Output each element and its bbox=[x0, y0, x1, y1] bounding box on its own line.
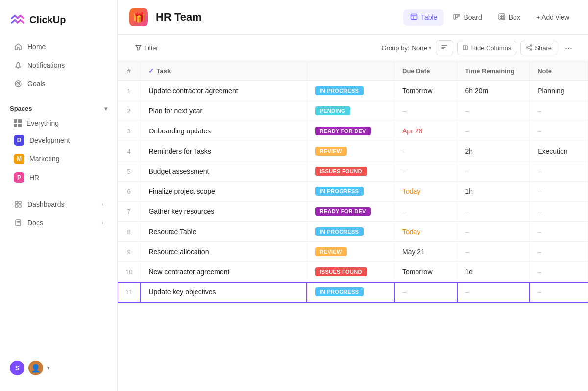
box-tab-icon bbox=[498, 13, 506, 22]
share-button[interactable]: Share bbox=[520, 41, 557, 55]
table-row[interactable]: 3 Onboarding updates READY FOR DEV Apr 2… bbox=[118, 121, 588, 141]
sidebar-item-marketing[interactable]: M Marketing bbox=[4, 150, 113, 168]
task-check-icon: ✓ bbox=[148, 67, 154, 75]
group-by-container: Group by: None ▾ bbox=[381, 44, 431, 52]
table-row[interactable]: 1 Update contractor agreement IN PROGRES… bbox=[118, 81, 588, 101]
sidebar-item-home[interactable]: Home bbox=[4, 38, 113, 55]
row-num: 2 bbox=[118, 101, 141, 121]
user-avatar-initial[interactable]: S bbox=[10, 361, 24, 375]
home-label: Home bbox=[27, 43, 46, 51]
development-label: Development bbox=[29, 136, 70, 144]
table-row[interactable]: 8 Resource Table IN PROGRESS Today – – bbox=[118, 222, 588, 242]
task-time-remaining: – bbox=[457, 121, 530, 141]
everything-icon bbox=[14, 119, 22, 127]
task-status[interactable]: READY FOR DEV bbox=[307, 202, 394, 222]
sidebar-item-hr[interactable]: P HR bbox=[4, 169, 113, 186]
table-row[interactable]: 4 Reminders for Tasks REVIEW – 2h Execut… bbox=[118, 141, 588, 161]
sidebar-item-everything[interactable]: Everything bbox=[4, 116, 113, 130]
tab-box[interactable]: Box bbox=[491, 9, 527, 26]
dashboards-icon bbox=[14, 200, 23, 209]
task-note: – bbox=[530, 101, 588, 121]
sidebar-item-dashboards[interactable]: Dashboards › bbox=[4, 195, 113, 213]
task-status[interactable]: READY FOR DEV bbox=[307, 121, 394, 141]
table-row[interactable]: 5 Budget assessment ISSUES FOUND – – – bbox=[118, 161, 588, 182]
task-status[interactable]: IN PROGRESS bbox=[307, 81, 394, 101]
more-icon: ··· bbox=[565, 43, 572, 52]
col-num: # bbox=[118, 61, 141, 81]
spaces-section-header[interactable]: Spaces ▾ bbox=[0, 99, 117, 115]
task-note: – bbox=[530, 121, 588, 141]
user-initial: S bbox=[15, 365, 20, 372]
svg-rect-3 bbox=[15, 201, 18, 204]
svg-rect-19 bbox=[502, 15, 503, 16]
add-view-button[interactable]: + Add view bbox=[529, 10, 576, 25]
task-due-date: Apr 28 bbox=[394, 121, 457, 141]
task-time-remaining: – bbox=[457, 242, 530, 262]
user-menu-chevron-icon[interactable]: ▾ bbox=[47, 365, 50, 371]
task-status[interactable]: REVIEW bbox=[307, 242, 394, 262]
hr-initial: P bbox=[17, 174, 21, 181]
filter-icon bbox=[135, 44, 142, 52]
group-by-chevron-icon: ▾ bbox=[429, 45, 432, 51]
tab-board[interactable]: Board bbox=[446, 9, 489, 26]
task-due-date: Today bbox=[394, 222, 457, 242]
app-name: ClickUp bbox=[29, 14, 66, 26]
task-name: New contractor agreement bbox=[141, 262, 307, 282]
task-status[interactable]: ISSUES FOUND bbox=[307, 262, 394, 282]
task-name: Budget assessment bbox=[141, 161, 307, 182]
spaces-chevron-icon: ▾ bbox=[104, 105, 107, 112]
task-name: Resource allocation bbox=[141, 242, 307, 262]
hide-columns-icon bbox=[463, 44, 469, 52]
table-row[interactable]: 9 Resource allocation REVIEW May 21 – – bbox=[118, 242, 588, 262]
table-row[interactable]: 2 Plan for next year PENDING – – – bbox=[118, 101, 588, 121]
svg-line-32 bbox=[528, 48, 530, 49]
hr-dot: P bbox=[14, 172, 24, 183]
sort-button[interactable] bbox=[436, 40, 453, 55]
svg-rect-5 bbox=[15, 205, 18, 207]
task-time-remaining: – bbox=[457, 222, 530, 242]
table-row[interactable]: 7 Gather key resources READY FOR DEV – –… bbox=[118, 202, 588, 222]
table-row[interactable]: 10 New contractor agreement ISSUES FOUND… bbox=[118, 262, 588, 282]
row-num: 9 bbox=[118, 242, 141, 262]
svg-point-28 bbox=[530, 45, 532, 46]
row-num: 5 bbox=[118, 161, 141, 182]
col-status bbox=[307, 61, 394, 81]
sidebar-item-development[interactable]: D Development bbox=[4, 131, 113, 149]
row-num: 4 bbox=[118, 141, 141, 161]
task-status[interactable]: IN PROGRESS bbox=[307, 182, 394, 202]
col-task-label: Task bbox=[156, 67, 171, 75]
svg-rect-18 bbox=[500, 15, 501, 16]
user-avatar-photo[interactable]: 👤 bbox=[28, 361, 43, 375]
group-by-label: Group by: bbox=[381, 44, 409, 52]
task-status[interactable]: IN PROGRESS bbox=[307, 222, 394, 242]
task-name: Resource Table bbox=[141, 222, 307, 242]
task-status[interactable]: REVIEW bbox=[307, 141, 394, 161]
sidebar-item-docs[interactable]: Docs › bbox=[4, 214, 113, 232]
tasks-table-container: # ✓ Task Due Date Time Remaining Note 1 … bbox=[118, 61, 588, 391]
tab-table-label: Table bbox=[421, 13, 437, 21]
sidebar-item-goals[interactable]: Goals bbox=[4, 75, 113, 93]
svg-rect-26 bbox=[466, 46, 467, 50]
more-options-button[interactable]: ··· bbox=[561, 40, 576, 56]
task-note: – bbox=[530, 242, 588, 262]
sidebar-item-notifications[interactable]: Notifications bbox=[4, 56, 113, 74]
share-icon bbox=[526, 44, 532, 52]
hide-columns-button[interactable]: Hide Columns bbox=[457, 41, 517, 55]
dashboards-label: Dashboards bbox=[27, 200, 65, 208]
group-by-selector[interactable]: None ▾ bbox=[412, 44, 432, 52]
col-note: Note bbox=[530, 61, 588, 81]
task-status[interactable]: ISSUES FOUND bbox=[307, 161, 394, 182]
task-time-remaining: – bbox=[457, 161, 530, 182]
filter-button[interactable]: Filter bbox=[129, 41, 164, 55]
table-row[interactable]: 11 Update key objectives IN PROGRESS – –… bbox=[118, 282, 588, 302]
goals-label: Goals bbox=[27, 80, 46, 88]
task-due-date: May 21 bbox=[394, 242, 457, 262]
table-row[interactable]: 6 Finalize project scope IN PROGRESS Tod… bbox=[118, 182, 588, 202]
tab-table[interactable]: Table bbox=[403, 9, 444, 26]
task-status[interactable]: IN PROGRESS bbox=[307, 282, 394, 302]
task-status[interactable]: PENDING bbox=[307, 101, 394, 121]
task-time-remaining: 2h bbox=[457, 141, 530, 161]
row-num: 6 bbox=[118, 182, 141, 202]
hr-label: HR bbox=[29, 174, 39, 182]
task-name: Finalize project scope bbox=[141, 182, 307, 202]
